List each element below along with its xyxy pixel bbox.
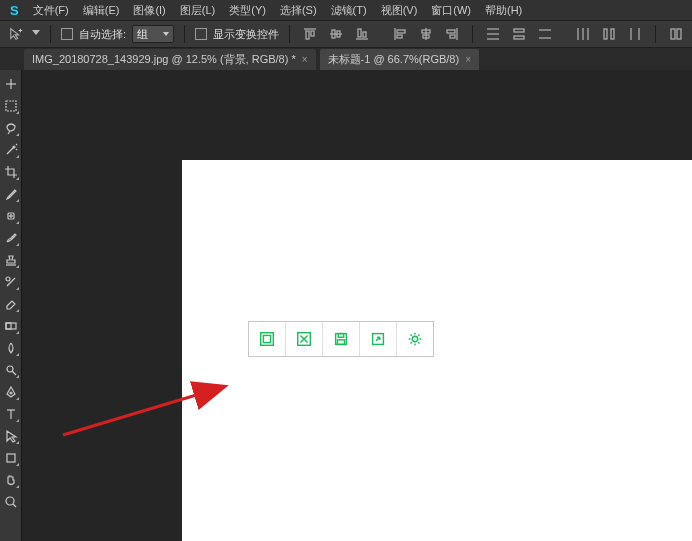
close-icon[interactable]: × — [302, 54, 308, 65]
tool-history-brush[interactable] — [1, 272, 21, 292]
svg-point-58 — [6, 497, 14, 505]
svg-rect-4 — [306, 31, 309, 39]
tool-marquee[interactable] — [1, 96, 21, 116]
options-toolbar: 自动选择: 组 显示变换控件 — [0, 20, 692, 48]
show-transform-label: 显示变换控件 — [213, 27, 279, 42]
document-tab-2[interactable]: 未标题-1 @ 66.7%(RGB/8) × — [320, 49, 479, 70]
tool-path-select[interactable] — [1, 426, 21, 446]
distribute-right-icon[interactable] — [625, 24, 645, 44]
tool-blur[interactable] — [1, 338, 21, 358]
overlay-share-button[interactable] — [360, 322, 397, 356]
tool-gradient[interactable] — [1, 316, 21, 336]
auto-select-target-dropdown[interactable]: 组 — [132, 25, 174, 43]
distribute-left-icon[interactable] — [573, 24, 593, 44]
tool-hand[interactable] — [1, 470, 21, 490]
svg-rect-39 — [6, 101, 16, 111]
separator — [50, 25, 51, 43]
tool-pen[interactable] — [1, 382, 21, 402]
align-vcenter-icon[interactable] — [326, 24, 346, 44]
chevron-down-icon — [163, 32, 169, 36]
menu-edit[interactable]: 编辑(E) — [77, 1, 126, 20]
tools-panel — [0, 70, 22, 541]
align-right-icon[interactable] — [442, 24, 462, 44]
show-transform-checkbox[interactable] — [195, 28, 207, 40]
align-left-icon[interactable] — [390, 24, 410, 44]
svg-rect-31 — [604, 29, 607, 39]
menubar: S 文件(F) 编辑(E) 图像(I) 图层(L) 类型(Y) 选择(S) 滤镜… — [0, 0, 692, 20]
tool-preset-dropdown-icon[interactable] — [32, 30, 40, 38]
svg-rect-60 — [261, 333, 274, 346]
tool-heal[interactable] — [1, 206, 21, 226]
tool-plus[interactable] — [1, 74, 21, 94]
overlay-fullscreen-button[interactable] — [286, 322, 323, 356]
svg-rect-61 — [263, 335, 270, 342]
svg-rect-5 — [311, 31, 314, 36]
auto-select-label: 自动选择: — [79, 27, 126, 42]
tool-wand[interactable] — [1, 140, 21, 160]
svg-rect-50 — [6, 323, 11, 329]
separator — [184, 25, 185, 43]
svg-rect-24 — [514, 29, 524, 32]
separator — [289, 25, 290, 43]
distribute-hcenter-icon[interactable] — [599, 24, 619, 44]
workspace — [0, 70, 692, 541]
tab-2-label: 未标题-1 @ 66.7%(RGB/8) — [328, 52, 460, 67]
align-hcenter-icon[interactable] — [416, 24, 436, 44]
separator — [472, 25, 473, 43]
menu-layer[interactable]: 图层(L) — [174, 1, 221, 20]
document-tabbar: IMG_20180728_143929.jpg @ 12.5% (背景, RGB… — [0, 48, 692, 70]
close-icon[interactable]: × — [465, 54, 471, 65]
separator — [655, 25, 656, 43]
align-bottom-icon[interactable] — [352, 24, 372, 44]
3d-mode-icon[interactable] — [666, 24, 686, 44]
svg-rect-35 — [671, 29, 675, 39]
overlay-original-size-button[interactable] — [249, 322, 286, 356]
align-top-icon[interactable] — [300, 24, 320, 44]
menu-help[interactable]: 帮助(H) — [479, 1, 528, 20]
menu-image[interactable]: 图像(I) — [127, 1, 171, 20]
tool-eyedropper[interactable] — [1, 184, 21, 204]
tool-brush[interactable] — [1, 228, 21, 248]
menu-type[interactable]: 类型(Y) — [223, 1, 272, 20]
tool-zoom[interactable] — [1, 492, 21, 512]
auto-select-checkbox[interactable] — [61, 28, 73, 40]
svg-rect-20 — [450, 35, 455, 38]
canvas-area[interactable] — [22, 70, 692, 541]
svg-rect-67 — [337, 340, 344, 345]
svg-point-48 — [6, 277, 10, 281]
document-tab-1[interactable]: IMG_20180728_143929.jpg @ 12.5% (背景, RGB… — [24, 49, 316, 70]
svg-point-53 — [10, 392, 12, 394]
menu-window[interactable]: 窗口(W) — [425, 1, 477, 20]
svg-line-59 — [13, 504, 16, 507]
overlay-settings-button[interactable] — [397, 322, 433, 356]
tool-type[interactable] — [1, 404, 21, 424]
svg-rect-11 — [363, 32, 366, 37]
svg-marker-56 — [7, 431, 16, 442]
svg-point-69 — [412, 336, 417, 341]
menu-filter[interactable]: 滤镜(T) — [325, 1, 373, 20]
tool-lasso[interactable] — [1, 118, 21, 138]
svg-line-42 — [16, 144, 17, 145]
image-overlay-toolbar — [248, 321, 434, 357]
menu-file[interactable]: 文件(F) — [27, 1, 75, 20]
move-tool-icon[interactable] — [6, 24, 26, 44]
distribute-bottom-icon[interactable] — [535, 24, 555, 44]
tool-crop[interactable] — [1, 162, 21, 182]
tool-eraser[interactable] — [1, 294, 21, 314]
tool-dodge[interactable] — [1, 360, 21, 380]
tool-stamp[interactable] — [1, 250, 21, 270]
svg-rect-10 — [358, 29, 361, 37]
svg-rect-13 — [397, 30, 405, 33]
auto-select-target-value: 组 — [137, 27, 148, 42]
svg-rect-14 — [397, 35, 402, 38]
distribute-vcenter-icon[interactable] — [509, 24, 529, 44]
menu-select[interactable]: 选择(S) — [274, 1, 323, 20]
svg-line-43 — [16, 149, 17, 150]
menu-view[interactable]: 视图(V) — [375, 1, 424, 20]
tool-shape[interactable] — [1, 448, 21, 468]
svg-rect-32 — [611, 29, 614, 39]
distribute-top-icon[interactable] — [483, 24, 503, 44]
svg-rect-66 — [338, 334, 343, 338]
overlay-save-button[interactable] — [323, 322, 360, 356]
svg-marker-0 — [11, 29, 19, 40]
